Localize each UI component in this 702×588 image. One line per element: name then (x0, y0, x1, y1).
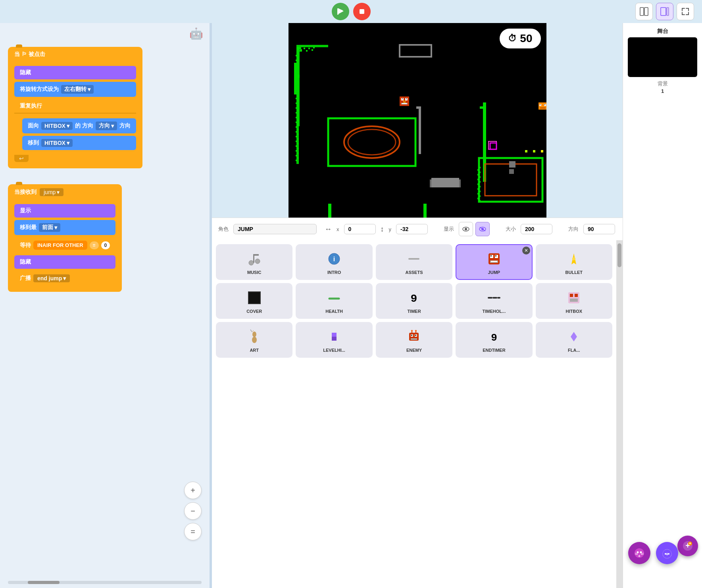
svg-rect-98 (416, 106, 419, 109)
sprite-card-enemy[interactable]: ENEMY (376, 322, 452, 358)
svg-rect-51 (296, 88, 297, 90)
svg-rect-77 (296, 150, 297, 152)
block-hide-1[interactable]: 隐藏 (14, 66, 136, 79)
sprite-card-levelhi[interactable]: LEVELHI... (296, 322, 372, 358)
block-wait[interactable]: 等待 INAIR FOR OTHER = 0 (14, 237, 115, 253)
sprite-name-input[interactable] (233, 224, 317, 234)
svg-rect-106 (406, 98, 407, 99)
sprite-panel-wrapper: u (212, 23, 623, 588)
svg-rect-122 (525, 150, 527, 152)
code-panel: 🤖 当 🏳 被点击 隐藏 将旋转方式设为 (0, 23, 210, 588)
sprite-timehold-icon (485, 288, 504, 307)
svg-rect-59 (296, 107, 297, 109)
sprite-levelhi-icon (325, 327, 344, 346)
sprite-card-jump[interactable]: ✕ (456, 244, 532, 280)
sprite-list-scrollbar[interactable] (616, 240, 623, 588)
x-label: x (337, 226, 339, 232)
code-scrollbar[interactable] (8, 581, 202, 584)
block-rotation[interactable]: 将旋转方式设为 左右翻转 ▾ (14, 82, 136, 97)
block-front[interactable]: 移到最 前面 ▾ (14, 220, 115, 235)
hat-block-1: 当 🏳 被点击 (8, 47, 142, 62)
bg-label: 背景 (623, 77, 702, 88)
svg-rect-167 (411, 335, 412, 336)
front-dropdown[interactable]: 前面 ▾ (39, 223, 60, 232)
code-scrollbar-thumb (28, 581, 60, 584)
svg-rect-42 (297, 67, 299, 68)
sprite-card-health[interactable]: HEALTH (296, 283, 372, 319)
sprite-delete-jump-button[interactable]: ✕ (522, 247, 530, 254)
stop-button[interactable] (353, 3, 371, 20)
svg-rect-50 (297, 86, 299, 87)
dir-label: 方向 (568, 226, 579, 233)
sprite-jump-label: JUMP (488, 270, 500, 275)
sprite-card-cover[interactable]: COVER (216, 283, 292, 319)
svg-rect-37 (296, 55, 297, 56)
sprite-card-bullet[interactable]: BULLET (536, 244, 612, 280)
block-broadcast[interactable]: 广播 end jump ▾ (14, 271, 115, 285)
svg-rect-87 (477, 179, 479, 180)
add-sprite-button[interactable]: + + (677, 536, 698, 556)
chevron-down-icon-5: ▾ (57, 189, 60, 195)
svg-rect-97 (419, 106, 421, 154)
sprite-card-intro[interactable]: i INTRO (296, 244, 372, 280)
hitbox-dropdown-1[interactable]: HITBOX ▾ (41, 122, 73, 130)
sprite-card-fla[interactable]: FLA... (536, 322, 612, 358)
block-group-1: 当 🏳 被点击 隐藏 将旋转方式设为 左右翻转 ▾ (8, 47, 202, 168)
svg-rect-62 (297, 114, 299, 116)
block-show[interactable]: 显示 (14, 204, 115, 218)
rotation-dropdown[interactable]: 左右翻转 ▾ (61, 85, 94, 94)
svg-point-173 (415, 330, 417, 332)
face-label: 面向 (28, 122, 39, 129)
view-code-button[interactable] (656, 3, 673, 20)
add-sprite-floating-button[interactable]: + (656, 542, 678, 564)
svg-rect-96 (479, 200, 481, 202)
svg-rect-95 (477, 198, 479, 199)
wait-var: INAIR FOR OTHER (33, 241, 87, 250)
sprite-card-art[interactable]: ART (216, 322, 292, 358)
eye-show-button[interactable] (459, 222, 473, 236)
block-face-dir[interactable]: 面向 HITBOX ▾ 的 方向 方向 ▾ 方向 (22, 118, 136, 133)
sprite-hitbox-icon (564, 288, 583, 307)
rotation-dropdown-label: 左右翻转 (64, 86, 87, 93)
svg-line-160 (250, 330, 252, 332)
block-move-to[interactable]: 移到 HITBOX ▾ (22, 136, 136, 150)
dir-dropdown[interactable]: 方向 ▾ (96, 121, 117, 130)
y-input[interactable] (396, 224, 428, 234)
zoom-fit-button[interactable]: = (184, 523, 202, 540)
fullscreen-button[interactable] (677, 3, 694, 20)
sprite-card-endtimer[interactable]: 9 ENDTIMER (456, 322, 532, 358)
hitbox-dropdown-2[interactable]: HITBOX ▾ (41, 139, 73, 147)
svg-text:+: + (689, 541, 691, 546)
svg-rect-22 (480, 106, 483, 109)
receive-dropdown[interactable]: jump ▾ (40, 188, 63, 196)
wait-op: = (90, 241, 99, 249)
sprite-card-music[interactable]: MUSIC (216, 244, 292, 280)
sprite-card-timehold[interactable]: TIMEHOL... (456, 283, 532, 319)
block-repeat[interactable]: 重复执行 (14, 99, 136, 114)
size-input[interactable] (521, 224, 552, 234)
svg-rect-63 (296, 117, 297, 118)
sprite-card-timer[interactable]: 9 TIMER (376, 283, 452, 319)
svg-rect-70 (297, 133, 299, 135)
sprite-card-assets[interactable]: ASSETS (376, 244, 452, 280)
svg-rect-115 (540, 107, 546, 109)
add-backdrop-floating-button[interactable]: + (628, 542, 650, 564)
x-input[interactable] (344, 224, 376, 234)
dir-suffix: 方向 (119, 122, 131, 129)
svg-rect-143 (491, 261, 497, 262)
svg-rect-57 (296, 102, 297, 104)
eye-hide-button[interactable] (475, 222, 490, 236)
chevron-down-icon-4: ▾ (67, 140, 69, 146)
view-split-button[interactable] (635, 3, 653, 20)
chevron-down-icon-3: ▾ (111, 123, 114, 129)
svg-rect-78 (297, 152, 299, 154)
zoom-out-button[interactable]: − (184, 502, 202, 520)
broadcast-dropdown[interactable]: end jump ▾ (33, 274, 70, 282)
green-flag-button[interactable] (332, 3, 349, 20)
block-hide-2[interactable]: 隐藏 (14, 255, 115, 269)
sprite-card-hitbox[interactable]: HITBOX (536, 283, 612, 319)
sprite-fla-icon (564, 327, 583, 346)
dir-input[interactable] (583, 224, 615, 234)
zoom-in-button[interactable]: + (184, 482, 202, 499)
size-label: 大小 (506, 226, 516, 233)
